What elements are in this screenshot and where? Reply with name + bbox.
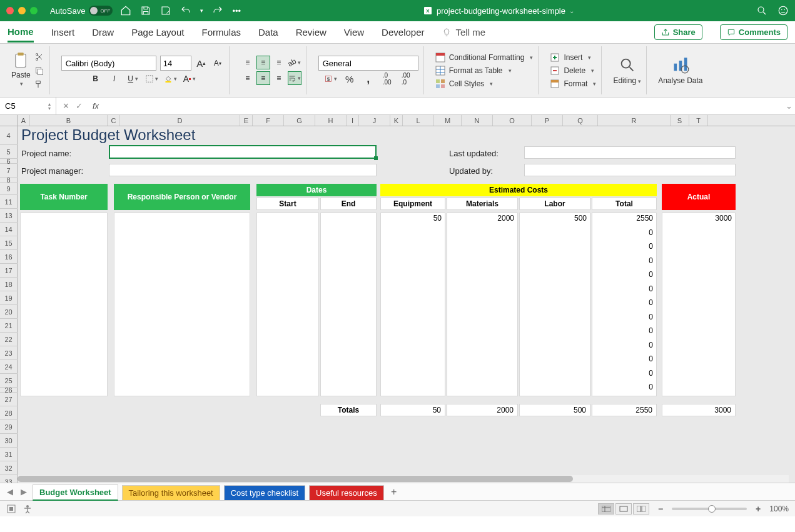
row-header-5[interactable]: 5 xyxy=(0,145,18,159)
column-header-O[interactable]: O xyxy=(493,115,532,126)
cell-total-row6[interactable]: 0 xyxy=(592,298,657,307)
normal-view-button[interactable] xyxy=(598,503,614,514)
insert-cells-button[interactable]: Insert▾ xyxy=(550,53,596,63)
conditional-formatting-button[interactable]: Conditional Formatting▾ xyxy=(435,53,534,63)
align-top-icon[interactable]: ≡ xyxy=(241,56,255,69)
sheet-tab-resources[interactable]: Useful resources xyxy=(309,485,384,500)
row-header-9[interactable]: 9 xyxy=(0,183,18,195)
row-header-26[interactable]: 26 xyxy=(0,388,18,393)
zoom-in-button[interactable]: + xyxy=(756,504,761,514)
tab-insert[interactable]: Insert xyxy=(51,23,75,41)
zoom-percent[interactable]: 100% xyxy=(769,504,789,513)
row-header-28[interactable]: 28 xyxy=(0,406,18,420)
save-icon[interactable] xyxy=(140,5,151,16)
font-size-select[interactable] xyxy=(160,56,191,71)
percent-format-icon[interactable]: % xyxy=(343,73,356,85)
project-name-input[interactable] xyxy=(109,145,377,159)
row-header-32[interactable]: 32 xyxy=(0,461,18,475)
smile-feedback-icon[interactable] xyxy=(777,5,789,16)
redo-icon[interactable] xyxy=(212,5,223,16)
tab-view[interactable]: View xyxy=(344,23,364,41)
close-window-button[interactable] xyxy=(6,7,14,14)
add-sheet-button[interactable]: + xyxy=(388,486,400,498)
increase-font-icon[interactable]: A▴ xyxy=(195,57,208,69)
cell-materials-row0[interactable]: 2000 xyxy=(447,214,518,223)
column-header-D[interactable]: D xyxy=(120,115,240,126)
column-header-F[interactable]: F xyxy=(253,115,284,126)
row-header-31[interactable]: 31 xyxy=(0,448,18,461)
autosave-control[interactable]: AutoSave OFF xyxy=(50,6,113,16)
sheet-tab-tailoring[interactable]: Tailoring this worksheet xyxy=(122,485,220,500)
horizontal-scrollbar[interactable] xyxy=(18,475,789,483)
row-header-17[interactable]: 17 xyxy=(0,264,18,278)
format-painter-icon[interactable] xyxy=(34,79,44,89)
align-right-icon[interactable]: ≡ xyxy=(272,71,286,85)
align-left-icon[interactable]: ≡ xyxy=(241,71,255,85)
column-header-L[interactable]: L xyxy=(403,115,434,126)
row-header-14[interactable]: 14 xyxy=(0,223,18,236)
cell-total-row9[interactable]: 0 xyxy=(592,341,657,349)
analyse-data-button[interactable]: Analyse Data xyxy=(658,56,702,85)
increase-decimal-icon[interactable]: .0.00 xyxy=(381,73,393,85)
row-header-27[interactable]: 27 xyxy=(0,393,18,406)
undo-dropdown[interactable]: ▾ xyxy=(200,8,203,14)
column-header-P[interactable]: P xyxy=(532,115,563,126)
zoom-out-button[interactable]: − xyxy=(658,504,663,514)
column-header-T[interactable]: T xyxy=(689,115,708,126)
row-header-13[interactable]: 13 xyxy=(0,209,18,223)
number-format-select[interactable] xyxy=(318,56,418,71)
row-header-29[interactable]: 29 xyxy=(0,420,18,434)
sheet-tab-budget[interactable]: Budget Worksheet xyxy=(33,484,118,501)
responsible-column[interactable] xyxy=(114,213,250,396)
project-manager-input[interactable] xyxy=(109,164,377,176)
title-dropdown-icon[interactable]: ⌄ xyxy=(569,8,574,14)
cell-total-row11[interactable]: 0 xyxy=(592,369,657,378)
row-header-33[interactable]: 33 xyxy=(0,475,18,483)
editing-button[interactable]: Editing▾ xyxy=(613,56,641,85)
row-header-19[interactable]: 19 xyxy=(0,291,18,305)
end-date-column[interactable] xyxy=(320,213,377,396)
tab-developer[interactable]: Developer xyxy=(382,23,424,41)
row-header-7[interactable]: 7 xyxy=(0,164,18,178)
column-header-R[interactable]: R xyxy=(598,115,671,126)
row-header-6[interactable]: 6 xyxy=(0,159,18,164)
cell-total-row0[interactable]: 2550 xyxy=(592,214,657,223)
column-header-J[interactable]: J xyxy=(359,115,390,126)
column-header-N[interactable]: N xyxy=(462,115,493,126)
search-icon[interactable] xyxy=(756,5,767,16)
page-break-view-button[interactable] xyxy=(633,503,649,514)
expand-formula-bar-icon[interactable]: ⌄ xyxy=(782,101,795,111)
sheet-nav-prev[interactable]: ◀ xyxy=(5,487,15,496)
column-header-A[interactable]: A xyxy=(18,115,30,126)
font-color-button[interactable]: A▾ xyxy=(183,73,196,85)
start-date-column[interactable] xyxy=(256,213,319,396)
tab-review[interactable]: Review xyxy=(296,23,327,41)
enter-formula-icon[interactable]: ✓ xyxy=(76,101,83,111)
cell-total-row8[interactable]: 0 xyxy=(592,326,657,335)
row-header-20[interactable]: 20 xyxy=(0,305,18,319)
comments-button[interactable]: Comments xyxy=(720,24,787,40)
labor-column[interactable] xyxy=(519,213,590,396)
cell-actual-row0[interactable]: 3000 xyxy=(662,214,736,223)
materials-column[interactable] xyxy=(447,213,518,396)
row-header-24[interactable]: 24 xyxy=(0,360,18,374)
tab-home[interactable]: Home xyxy=(8,23,34,43)
cell-total-row4[interactable]: 0 xyxy=(592,270,657,279)
row-header-22[interactable]: 22 xyxy=(0,333,18,346)
select-all-corner[interactable] xyxy=(0,115,18,126)
cell-total-row10[interactable]: 0 xyxy=(592,354,657,363)
row-header-8[interactable]: 8 xyxy=(0,178,18,183)
column-header-H[interactable]: H xyxy=(315,115,347,126)
copy-icon[interactable] xyxy=(34,66,44,76)
cell-styles-button[interactable]: Cell Styles▾ xyxy=(435,79,534,89)
paste-button[interactable]: Paste ▾ xyxy=(11,52,31,87)
row-header-23[interactable]: 23 xyxy=(0,346,18,360)
orientation-icon[interactable]: ab▾ xyxy=(288,56,301,69)
cell-labor-row0[interactable]: 500 xyxy=(519,214,590,223)
tab-data[interactable]: Data xyxy=(258,23,278,41)
font-name-select[interactable] xyxy=(61,56,156,71)
sheet-nav-next[interactable]: ▶ xyxy=(19,487,29,496)
cell-total-row3[interactable]: 0 xyxy=(592,256,657,265)
row-header-4[interactable]: 4 xyxy=(0,126,18,145)
equipment-column[interactable] xyxy=(380,213,445,396)
